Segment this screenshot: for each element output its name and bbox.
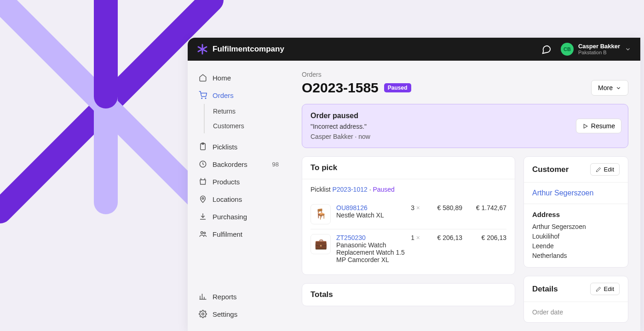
user-substation: Pakstation B — [578, 50, 620, 56]
line-item: 🪑OU898126Nestle Watch XL3 ×€ 580,89€ 1.7… — [310, 200, 506, 229]
sidebar-item-purchasing[interactable]: Purchasing — [188, 208, 290, 225]
sidebar-label-backorders: Backorders — [213, 160, 247, 168]
gear-icon — [199, 310, 207, 318]
sidebar-label-fulfilment: Fulfilment — [213, 230, 242, 238]
svg-line-0 — [0, 0, 212, 211]
product-thumbnail: 💼 — [310, 234, 331, 254]
breadcrumb[interactable]: Orders — [302, 71, 628, 78]
backorders-count: 98 — [272, 161, 279, 168]
sidebar-label-locations: Locations — [213, 195, 242, 203]
svg-point-15 — [202, 313, 204, 315]
line-qty: 3 × — [411, 204, 420, 211]
sidebar-item-returns[interactable]: Returns — [205, 104, 290, 119]
details-card: Details Edit Order date — [523, 276, 628, 323]
svg-point-14 — [204, 232, 206, 234]
to-pick-title: To pick — [310, 163, 337, 172]
user-name: Casper Bakker — [578, 43, 620, 50]
address-line-1: Arthur Segerszoen — [532, 222, 620, 232]
products-icon — [199, 177, 207, 186]
avatar: CB — [561, 43, 574, 56]
picklist-link[interactable]: P2023-1012 — [332, 186, 367, 193]
address-line-3: Leende — [532, 241, 620, 251]
pin-icon — [199, 195, 207, 203]
svg-marker-16 — [584, 124, 587, 128]
paused-alert: Order paused "Incorrect address." Casper… — [302, 104, 628, 148]
picklist-row: Picklist P2023-1012 · Paused — [310, 186, 506, 193]
sidebar: Home Orders Returns Customers Picklists … — [188, 61, 290, 331]
chevron-down-icon — [625, 46, 631, 52]
svg-point-7 — [201, 98, 202, 99]
sidebar-item-backorders[interactable]: Backorders 98 — [188, 155, 290, 173]
page-title: O2023-1585 — [302, 80, 379, 96]
sidebar-item-fulfilment[interactable]: Fulfilment — [188, 225, 290, 243]
product-name: Panasonic Watch Replacement Watch 1.5 MP… — [336, 241, 405, 263]
totals-title: Totals — [310, 290, 333, 299]
status-badge: Paused — [384, 83, 411, 92]
sidebar-label-picklists: Picklists — [213, 143, 237, 151]
address-heading: Address — [532, 211, 620, 218]
main-content: Orders O2023-1585 Paused More Order paus… — [290, 61, 640, 331]
details-title: Details — [532, 285, 558, 294]
sidebar-item-picklists[interactable]: Picklists — [188, 138, 290, 155]
customer-name-link[interactable]: Arthur Segerszoen — [532, 189, 593, 197]
user-menu[interactable]: CB Casper Bakker Pakstation B — [561, 43, 631, 56]
line-qty: 1 × — [411, 234, 420, 241]
alert-title: Order paused — [310, 112, 620, 120]
sidebar-label-purchasing: Purchasing — [213, 213, 247, 221]
sidebar-item-reports[interactable]: Reports — [188, 288, 290, 305]
line-unit-price: € 206,13 — [426, 234, 462, 241]
resume-button[interactable]: Resume — [576, 119, 621, 133]
brand-icon — [197, 44, 208, 55]
more-button[interactable]: More — [591, 80, 628, 96]
chart-icon — [199, 292, 207, 301]
sidebar-item-locations[interactable]: Locations — [188, 190, 290, 208]
alert-message: "Incorrect address." — [310, 123, 620, 130]
cart-icon — [199, 91, 207, 99]
picklist-status[interactable]: Paused — [373, 186, 394, 193]
totals-card: Totals — [302, 283, 515, 306]
alert-meta: Casper Bakker · now — [310, 133, 620, 140]
svg-point-13 — [201, 232, 203, 234]
address-line-4: Netherlands — [532, 251, 620, 261]
chat-icon[interactable] — [541, 44, 552, 54]
order-date-label: Order date — [532, 308, 620, 316]
product-thumbnail: 🪑 — [310, 204, 331, 224]
home-icon — [199, 74, 207, 82]
line-total: € 206,13 — [468, 234, 506, 241]
sidebar-item-home[interactable]: Home — [188, 69, 290, 86]
people-icon — [199, 230, 207, 238]
topbar: Fulfilmentcompany CB Casper Bakker Pakst… — [188, 38, 640, 61]
clock-icon — [199, 160, 207, 168]
sidebar-item-settings[interactable]: Settings — [188, 305, 290, 323]
sidebar-label-settings: Settings — [213, 310, 237, 318]
product-name: Nestle Watch XL — [336, 211, 405, 219]
sidebar-item-products[interactable]: Products — [188, 173, 290, 190]
product-sku-link[interactable]: ZT250230 — [336, 234, 405, 241]
product-sku-link[interactable]: OU898126 — [336, 204, 405, 211]
sidebar-label-reports: Reports — [213, 293, 237, 301]
svg-point-8 — [205, 98, 206, 99]
to-pick-card: To pick Picklist P2023-1012 · Paused 🪑OU… — [302, 156, 515, 275]
line-item: 💼ZT250230Panasonic Watch Replacement Wat… — [310, 229, 506, 268]
sidebar-label-orders: Orders — [213, 91, 234, 99]
address-line-2: Loukilihof — [532, 232, 620, 241]
sidebar-label-products: Products — [213, 178, 240, 186]
line-unit-price: € 580,89 — [426, 204, 462, 211]
customer-card: Customer Edit Arthur Segerszoen Address … — [523, 156, 628, 268]
sidebar-item-orders[interactable]: Orders — [188, 86, 290, 104]
brand-name: Fulfilmentcompany — [213, 45, 284, 54]
customer-title: Customer — [532, 165, 569, 174]
sidebar-label-home: Home — [213, 74, 231, 82]
download-icon — [199, 212, 207, 221]
sidebar-item-customers[interactable]: Customers — [205, 119, 290, 133]
clipboard-icon — [199, 143, 207, 151]
edit-customer-button[interactable]: Edit — [590, 163, 620, 176]
edit-details-button[interactable]: Edit — [590, 283, 620, 295]
brand: Fulfilmentcompany — [197, 44, 284, 55]
svg-point-12 — [202, 198, 204, 200]
line-total: € 1.742,67 — [468, 204, 506, 211]
